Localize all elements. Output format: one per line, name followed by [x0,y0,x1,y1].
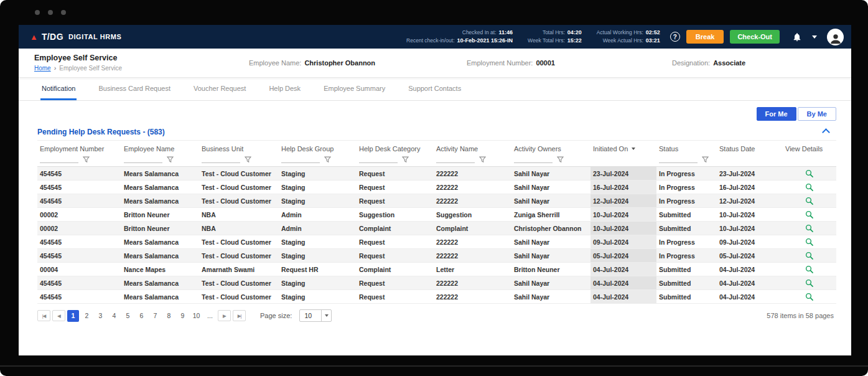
notifications-bell-icon[interactable] [792,32,802,42]
tab[interactable]: Support Contacts [407,78,462,100]
view-details-button[interactable] [805,265,814,274]
filter-button[interactable] [83,156,90,163]
table-row[interactable]: 454545 Mears Salamanca Test - Cloud Cust… [37,181,836,194]
column-header[interactable]: Business Unit [199,141,279,154]
by-me-button[interactable]: By Me [798,107,836,121]
filter-input[interactable] [514,156,553,163]
page-size-label: Page size: [260,312,292,319]
page-number-button[interactable]: 3 [95,310,106,322]
cell-status-date: 10-Jul-2024 [717,208,783,222]
page-number-button[interactable]: 1 [67,310,79,322]
first-page-button[interactable]: |◀ [37,310,50,321]
chevron-up-icon[interactable] [822,128,830,136]
cell-business-unit: Test - Cloud Customer [199,276,279,290]
filter-button[interactable] [702,156,709,163]
break-button[interactable]: Break [686,30,724,44]
filter-input[interactable] [202,156,240,163]
column-header[interactable]: Employee Name [121,141,199,154]
table-row[interactable]: 00004 Nance Mapes Amarnath Swami Request… [37,263,836,276]
tab[interactable]: Notification [40,78,77,100]
column-header[interactable]: Activity Owners [511,141,590,154]
filter-cell [590,154,656,166]
table-row[interactable]: 454545 Mears Salamanca Test - Cloud Cust… [37,167,836,181]
page-number-button[interactable]: 5 [122,310,134,322]
view-details-button[interactable] [805,279,814,288]
table-row[interactable]: 454545 Mears Salamanca Test - Cloud Cust… [37,276,836,290]
cell-help-desk-category: Request [357,167,434,181]
user-avatar[interactable] [827,29,844,45]
column-header[interactable]: View Details [783,141,836,154]
prev-page-button[interactable]: ◀ [52,310,65,321]
column-header[interactable]: Status [656,141,717,154]
tab[interactable]: Voucher Request [192,78,247,100]
filter-button[interactable] [324,156,331,163]
filter-input[interactable] [359,156,398,163]
column-header[interactable]: Activity Name [434,141,511,154]
filter-button[interactable] [479,156,486,163]
page-number-button[interactable]: 6 [136,310,147,322]
last-page-button[interactable]: ▶| [233,310,246,321]
tab[interactable]: Employee Summary [322,78,386,100]
table-row[interactable]: 454545 Mears Salamanca Test - Cloud Cust… [37,249,836,263]
filter-input[interactable] [40,156,78,163]
column-header[interactable]: Employment Number [37,141,121,154]
breadcrumb-home-link[interactable]: Home [34,65,51,72]
filter-button[interactable] [167,156,174,163]
column-header-label: Activity Name [436,145,478,153]
view-details-button[interactable] [805,183,814,192]
filter-button[interactable] [557,156,564,163]
view-details-button[interactable] [805,210,814,219]
filter-widgets [436,156,486,163]
filter-input[interactable] [659,156,698,163]
cell-employee-name: Mears Salamanca [121,167,199,181]
page-number-button[interactable]: 4 [108,310,120,322]
table-row[interactable]: 454545 Mears Salamanca Test - Cloud Cust… [37,194,836,208]
page-size-dropdown[interactable]: 10 [299,309,332,322]
cell-status-date: 16-Jul-2024 [717,181,783,194]
time-stat-line: Total Hrs: 04:20 [528,29,582,37]
table-row[interactable]: 00002 Britton Neuner NBA Admin Suggestio… [37,208,836,222]
cell-view-details [783,167,836,181]
column-header[interactable]: Status Date [717,141,783,154]
column-header[interactable]: Initiated On [590,141,656,154]
next-page-button[interactable]: ▶ [218,310,231,321]
help-icon[interactable]: ? [670,32,680,42]
page-title: Employee Self Service [34,54,249,62]
page-number-button[interactable]: 10 [190,310,202,322]
table-row[interactable]: 00002 Britton Neuner NBA Admin Complaint… [37,222,836,235]
cell-status-date: 05-Jul-2024 [717,249,783,263]
page-number-button[interactable]: 9 [177,310,189,322]
view-details-button[interactable] [805,238,814,247]
for-me-button[interactable]: For Me [757,107,796,121]
page-number-button[interactable]: 8 [163,310,175,322]
page-number-button[interactable]: 2 [81,310,93,322]
view-details-button[interactable] [805,169,814,178]
view-details-button[interactable] [805,197,814,205]
view-details-button[interactable] [805,251,814,260]
checkout-button[interactable]: Check-Out [730,30,780,44]
filter-input[interactable] [281,156,320,163]
cell-activity-owners: Sahil Nayar [511,194,590,208]
page-number-button[interactable]: ... [204,310,216,322]
filter-button[interactable] [402,156,409,163]
view-details-button[interactable] [805,224,814,233]
profile-caret-icon[interactable] [812,35,817,39]
stat-label: Recent check-in/out: [406,37,454,45]
cell-help-desk-group: Staging [279,290,357,304]
table-row[interactable]: 454545 Mears Salamanca Test - Cloud Cust… [37,235,836,249]
tab[interactable]: Help Desk [268,78,302,100]
filter-button[interactable] [245,156,251,163]
time-stat-line: Actual Working Hrs: 02:52 [597,29,660,37]
column-header[interactable]: Help Desk Category [357,141,434,154]
time-stat: Total Hrs: 04:20 Week Total Hrs: 15:22 [528,29,582,45]
table-row[interactable]: 454545 Mears Salamanca Test - Cloud Cust… [37,290,836,304]
funnel-icon [167,156,174,163]
view-details-button[interactable] [805,293,814,301]
filter-input[interactable] [124,156,162,163]
magnifier-icon [805,279,814,288]
sort-caret-icon[interactable] [632,148,635,150]
column-header[interactable]: Help Desk Group [279,141,357,154]
tab[interactable]: Business Card Request [97,78,172,100]
page-number-button[interactable]: 7 [149,310,161,322]
filter-input[interactable] [436,156,475,163]
